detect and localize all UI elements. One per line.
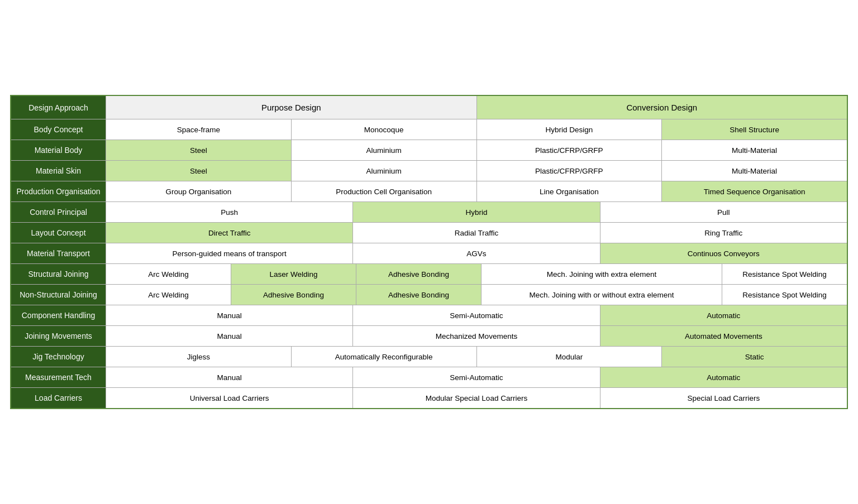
content-component-handling: Manual Semi-Automatic Automatic bbox=[106, 305, 847, 325]
cell-static: Static bbox=[662, 347, 847, 367]
row-layout-concept: Layout Concept Direct Traffic Radial Tra… bbox=[11, 223, 847, 243]
label-production-org: Production Organisation bbox=[11, 181, 106, 201]
main-table: Design Approach Purpose Design Conversio… bbox=[10, 95, 848, 409]
label-body-concept: Body Concept bbox=[11, 119, 106, 140]
row-material-body: Material Body Steel Aluminium Plastic/CF… bbox=[11, 140, 847, 161]
label-joining-movements: Joining Movements bbox=[11, 326, 106, 346]
cell-line-org: Line Organisation bbox=[477, 181, 662, 201]
row-material-skin: Material Skin Steel Aluminium Plastic/CF… bbox=[11, 161, 847, 181]
cell-arc-welding-struct: Arc Welding bbox=[106, 264, 231, 284]
cell-modular-special-load: Modular Special Load Carriers bbox=[353, 388, 600, 408]
cell-manual-movements: Manual bbox=[106, 326, 353, 346]
content-non-structural-joining: Arc Welding Adhesive Bonding Adhesive Bo… bbox=[106, 285, 847, 305]
row-component-handling: Component Handling Manual Semi-Automatic… bbox=[11, 305, 847, 326]
cell-adhesive-bonding-struct: Adhesive Bonding bbox=[356, 264, 482, 284]
cell-universal-load: Universal Load Carriers bbox=[106, 388, 353, 408]
cell-special-load: Special Load Carriers bbox=[600, 388, 847, 408]
cell-laser-welding: Laser Welding bbox=[231, 264, 356, 284]
content-production-org: Group Organisation Production Cell Organ… bbox=[106, 181, 847, 201]
cell-automatic-measurement: Automatic bbox=[600, 367, 847, 387]
cell-conversion-design: Conversion Design bbox=[477, 96, 847, 119]
label-material-skin: Material Skin bbox=[11, 161, 106, 181]
cell-shell-structure: Shell Structure bbox=[662, 119, 847, 140]
row-production-org: Production Organisation Group Organisati… bbox=[11, 181, 847, 202]
label-non-structural-joining: Non-Structural Joining bbox=[11, 285, 106, 305]
label-control-principal: Control Principal bbox=[11, 202, 106, 222]
row-non-structural-joining: Non-Structural Joining Arc Welding Adhes… bbox=[11, 285, 847, 305]
content-material-body: Steel Aluminium Plastic/CFRP/GRFP Multi-… bbox=[106, 140, 847, 160]
content-load-carriers: Universal Load Carriers Modular Special … bbox=[106, 388, 847, 408]
cell-mech-joining-extra: Mech. Joining with extra element bbox=[482, 264, 722, 284]
label-jig-technology: Jig Technology bbox=[11, 347, 106, 367]
label-load-carriers: Load Carriers bbox=[11, 388, 106, 408]
content-layout-concept: Direct Traffic Radial Traffic Ring Traff… bbox=[106, 223, 847, 243]
label-measurement-tech: Measurement Tech bbox=[11, 367, 106, 387]
content-jig-technology: Jigless Automatically Reconfigurable Mod… bbox=[106, 347, 847, 367]
cell-modular: Modular bbox=[477, 347, 662, 367]
cell-multi-material-body: Multi-Material bbox=[662, 140, 847, 160]
cell-semi-auto-measurement: Semi-Automatic bbox=[353, 367, 600, 387]
cell-steel-body: Steel bbox=[106, 140, 292, 160]
label-component-handling: Component Handling bbox=[11, 305, 106, 325]
cell-resistance-spot-nonstruct: Resistance Spot Welding bbox=[722, 285, 847, 305]
content-body-concept: Space-frame Monocoque Hybrid Design Shel… bbox=[106, 119, 847, 140]
cell-manual-measurement: Manual bbox=[106, 367, 353, 387]
content-material-transport: Person-guided means of transport AGVs Co… bbox=[106, 243, 847, 263]
cell-direct-traffic: Direct Traffic bbox=[106, 223, 353, 243]
row-control-principal: Control Principal Push Hybrid Pull bbox=[11, 202, 847, 223]
content-control-principal: Push Hybrid Pull bbox=[106, 202, 847, 222]
cell-person-guided: Person-guided means of transport bbox=[106, 243, 353, 263]
cell-adhesive-bonding-nonstruct1: Adhesive Bonding bbox=[231, 285, 356, 305]
cell-jigless: Jigless bbox=[106, 347, 292, 367]
cell-adhesive-bonding-nonstruct2: Adhesive Bonding bbox=[356, 285, 482, 305]
cell-agvs: AGVs bbox=[353, 243, 600, 263]
cell-steel-skin: Steel bbox=[106, 161, 292, 181]
cell-pull: Pull bbox=[600, 202, 847, 222]
row-design-approach: Design Approach Purpose Design Conversio… bbox=[11, 96, 847, 119]
cell-hybrid-control: Hybrid bbox=[353, 202, 600, 222]
cell-plastic-skin: Plastic/CFRP/GRFP bbox=[477, 161, 662, 181]
cell-auto-reconfig: Automatically Reconfigurable bbox=[292, 347, 477, 367]
cell-timed-seq-org: Timed Sequence Organisation bbox=[662, 181, 847, 201]
row-joining-movements: Joining Movements Manual Mechanized Move… bbox=[11, 326, 847, 347]
non-structural-label: Non-Structural Joining bbox=[20, 290, 97, 299]
cell-continuos-conveyors: Continuos Conveyors bbox=[600, 243, 847, 263]
row-material-transport: Material Transport Person-guided means o… bbox=[11, 243, 847, 264]
content-joining-movements: Manual Mechanized Movements Automated Mo… bbox=[106, 326, 847, 346]
material-skin-label: Material Skin bbox=[36, 166, 81, 175]
cell-space-frame: Space-frame bbox=[106, 119, 292, 140]
cell-mech-joining-without: Mech. Joining with or without extra elem… bbox=[482, 285, 722, 305]
cell-push: Push bbox=[106, 202, 353, 222]
row-body-concept: Body Concept Space-frame Monocoque Hybri… bbox=[11, 119, 847, 140]
cell-group-org: Group Organisation bbox=[106, 181, 292, 201]
cell-aluminium-body: Aluminium bbox=[292, 140, 477, 160]
cell-aluminium-skin: Aluminium bbox=[292, 161, 477, 181]
cell-production-cell-org: Production Cell Organisation bbox=[292, 181, 477, 201]
label-material-transport: Material Transport bbox=[11, 243, 106, 263]
cell-manual-handling: Manual bbox=[106, 305, 353, 325]
cell-resistance-spot-struct: Resistance Spot Welding bbox=[722, 264, 847, 284]
cell-multi-material-skin: Multi-Material bbox=[662, 161, 847, 181]
cell-automatic-handling: Automatic bbox=[600, 305, 847, 325]
cell-purpose-design: Purpose Design bbox=[106, 96, 477, 119]
cell-hybrid-design: Hybrid Design bbox=[477, 119, 662, 140]
cell-monocoque: Monocoque bbox=[292, 119, 477, 140]
cell-mechanized-movements: Mechanized Movements bbox=[353, 326, 600, 346]
row-measurement-tech: Measurement Tech Manual Semi-Automatic A… bbox=[11, 367, 847, 388]
row-jig-technology: Jig Technology Jigless Automatically Rec… bbox=[11, 347, 847, 367]
label-material-body: Material Body bbox=[11, 140, 106, 160]
cell-plastic-body: Plastic/CFRP/GRFP bbox=[477, 140, 662, 160]
content-material-skin: Steel Aluminium Plastic/CFRP/GRFP Multi-… bbox=[106, 161, 847, 181]
cell-semi-auto-handling: Semi-Automatic bbox=[353, 305, 600, 325]
cell-radial-traffic: Radial Traffic bbox=[353, 223, 600, 243]
content-measurement-tech: Manual Semi-Automatic Automatic bbox=[106, 367, 847, 387]
row-structural-joining: Structural Joining Arc Welding Laser Wel… bbox=[11, 264, 847, 285]
label-design-approach: Design Approach bbox=[11, 96, 106, 119]
cell-arc-welding-nonstruct: Arc Welding bbox=[106, 285, 231, 305]
label-structural-joining: Structural Joining bbox=[11, 264, 106, 284]
cell-ring-traffic: Ring Traffic bbox=[600, 223, 847, 243]
cell-automated-movements: Automated Movements bbox=[600, 326, 847, 346]
content-design-approach: Purpose Design Conversion Design bbox=[106, 96, 847, 119]
label-layout-concept: Layout Concept bbox=[11, 223, 106, 243]
content-structural-joining: Arc Welding Laser Welding Adhesive Bondi… bbox=[106, 264, 847, 284]
